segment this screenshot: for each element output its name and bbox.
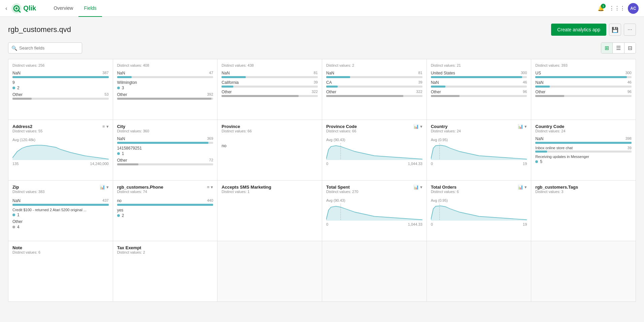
search-row: 🔍 ⊞ ☰ ⊟ bbox=[8, 42, 636, 54]
sort-icon[interactable]: ≡ bbox=[207, 185, 210, 190]
field-card-country-code: Country Code Distinct values: 24 NaN398 … bbox=[531, 120, 636, 181]
bar-row: Other96 bbox=[431, 90, 527, 97]
bar-row: Other53 bbox=[12, 92, 109, 100]
bar-row: Other392 bbox=[117, 92, 213, 100]
chart-icon[interactable]: 📊 bbox=[518, 185, 523, 190]
bar-row: yes 2 bbox=[117, 208, 213, 218]
field-distinct-2: Distinct values: 438 bbox=[222, 63, 318, 67]
view-toggles: ⊞ ☰ ⊟ bbox=[601, 42, 636, 54]
field-card-total-orders: Total Orders Distinct values: 6 📊 ▾ Avg … bbox=[427, 181, 532, 241]
field-name-tags: rgb_customers.Tags bbox=[535, 185, 632, 190]
chevron-down-icon[interactable]: ▾ bbox=[106, 185, 109, 190]
field-card-total-spent: Total Spent Distinct values: 270 📊 ▾ Avg… bbox=[322, 181, 427, 241]
field-distinct-1: Distinct values: 408 bbox=[117, 63, 213, 67]
chart-icon[interactable]: 📊 bbox=[100, 185, 105, 190]
chart-icon[interactable]: 📊 bbox=[518, 124, 523, 129]
bar-row: CA39 bbox=[326, 80, 422, 88]
field-controls: 📊 ▾ bbox=[100, 185, 109, 190]
qlik-logo-icon bbox=[11, 3, 22, 14]
bar-row: NaN398 bbox=[535, 136, 632, 144]
header-right: 🔔 1 ⋮⋮⋮ AC bbox=[596, 3, 639, 14]
field-name-province: Province bbox=[222, 124, 318, 129]
table-view-button[interactable]: ⊟ bbox=[624, 43, 636, 53]
save-button[interactable]: 💾 bbox=[609, 24, 621, 36]
notification-button[interactable]: 🔔 1 bbox=[596, 3, 606, 14]
field-name-city: City bbox=[117, 124, 213, 129]
field-name-phone: rgb_customers.Phone bbox=[117, 185, 163, 190]
bar-row: US300 bbox=[535, 71, 632, 78]
tab-overview[interactable]: Overview bbox=[48, 0, 78, 17]
bar-row: Credit $100 - returned 2 Atari 5200 orig… bbox=[12, 208, 109, 217]
header-left: ‹ Qlik Overview Fields bbox=[5, 0, 102, 17]
bar-row: NaN47 bbox=[117, 71, 213, 78]
bar-row: Other72 bbox=[117, 158, 213, 165]
chart-icon[interactable]: 📊 bbox=[413, 185, 419, 190]
apps-button[interactable]: ⋮⋮⋮ bbox=[612, 3, 622, 14]
field-name-total-orders: Total Orders bbox=[431, 185, 459, 190]
bar-row: Receiving updates in Messenger 5 bbox=[535, 155, 632, 164]
field-name-zip: Zip bbox=[12, 185, 44, 190]
chevron-down-icon[interactable]: ▾ bbox=[420, 124, 422, 129]
field-card-empty-3 bbox=[427, 241, 532, 302]
dist-chart-country: Avg (0.95) 019 bbox=[431, 138, 527, 155]
list-view-button[interactable]: ☰ bbox=[613, 43, 624, 53]
more-options-button[interactable]: ··· bbox=[624, 24, 636, 36]
field-distinct-total-spent: Distinct values: 270 bbox=[326, 190, 358, 194]
grid-view-button[interactable]: ⊞ bbox=[601, 43, 613, 53]
chevron-down-icon[interactable]: ▾ bbox=[420, 185, 422, 190]
avatar[interactable]: AC bbox=[628, 3, 639, 14]
field-distinct-address2: Distinct values: 55 bbox=[12, 129, 42, 133]
tab-fields[interactable]: Fields bbox=[78, 0, 102, 17]
field-card-empty-2 bbox=[322, 241, 427, 302]
sort-icon[interactable]: ≡ bbox=[102, 124, 105, 129]
svg-marker-7 bbox=[431, 145, 527, 160]
field-distinct-province: Distinct values: 66 bbox=[222, 129, 318, 133]
chevron-down-icon[interactable]: ▾ bbox=[211, 185, 213, 190]
field-distinct-sms: Distinct values: 1 bbox=[222, 190, 318, 194]
field-name-total-spent: Total Spent bbox=[326, 185, 358, 190]
svg-marker-4 bbox=[12, 145, 109, 160]
field-card-3: Distinct values: 2 NaN81 CA39 Other322 bbox=[322, 59, 427, 120]
field-card-empty-1 bbox=[217, 241, 322, 302]
field-distinct-tags: Distinct values: 3 bbox=[535, 190, 632, 194]
bar-row: Other322 bbox=[222, 90, 318, 97]
field-distinct-note: Distinct values: 6 bbox=[12, 250, 109, 254]
field-distinct-zip: Distinct values: 383 bbox=[12, 190, 44, 194]
field-card-tags: rgb_customers.Tags Distinct values: 3 bbox=[531, 181, 636, 241]
chevron-down-icon[interactable]: ▾ bbox=[106, 124, 109, 129]
field-controls: ≡ ▾ bbox=[207, 185, 213, 190]
field-card-1: Distinct values: 408 NaN47 Wilmington 3 … bbox=[113, 59, 218, 120]
field-card-4: Distinct values: 21 United States300 NaN… bbox=[427, 59, 532, 120]
field-distinct-4: Distinct values: 21 bbox=[431, 63, 527, 67]
field-distinct-0: Distinct values: 256 bbox=[12, 63, 109, 67]
bar-row: NaN81 bbox=[222, 71, 318, 78]
dist-chart-total-orders: Avg (0.95) 019 bbox=[431, 198, 527, 215]
field-card-tax-exempt: Tax Exempt Distinct values: 2 bbox=[113, 241, 218, 302]
field-controls: 📊 ▾ bbox=[413, 124, 422, 129]
bar-row: 9 2 bbox=[12, 80, 109, 90]
page-actions: Create analytics app 💾 ··· bbox=[551, 24, 636, 36]
chevron-down-icon[interactable]: ▾ bbox=[524, 124, 527, 129]
search-input[interactable] bbox=[8, 42, 82, 54]
back-button[interactable]: ‹ bbox=[5, 5, 7, 11]
field-card-empty-4 bbox=[531, 241, 636, 302]
chart-icon[interactable]: 📊 bbox=[413, 124, 419, 129]
bar-row: United States300 bbox=[431, 71, 527, 78]
field-distinct-tax-exempt: Distinct values: 2 bbox=[117, 250, 213, 254]
field-card-address2: Address2 Distinct values: 55 ≡ ▾ Avg (12… bbox=[8, 120, 113, 181]
search-input-wrap: 🔍 bbox=[8, 42, 82, 54]
field-controls: ≡ ▾ bbox=[102, 124, 109, 129]
field-name-sms: Accepts SMS Marketing bbox=[222, 185, 318, 190]
create-analytics-app-button[interactable]: Create analytics app bbox=[551, 24, 606, 36]
page-content: rgb_customers.qvd Create analytics app 💾… bbox=[0, 17, 644, 309]
dist-chart-province-code: Avg (90.43) 01,044.33 bbox=[326, 138, 422, 155]
field-card-city: City Distinct values: 360 NaN369 1415867… bbox=[113, 120, 218, 181]
field-name-tax-exempt: Tax Exempt bbox=[117, 245, 213, 250]
chevron-down-icon[interactable]: ▾ bbox=[524, 185, 527, 190]
dist-chart-total-spent: Avg (90.43) 01,044.33 bbox=[326, 198, 422, 215]
bar-row: Inbox online store chat39 bbox=[535, 146, 632, 153]
bar-row: NaN46 bbox=[535, 80, 632, 88]
field-controls: 📊 ▾ bbox=[413, 185, 422, 190]
field-value-no: no bbox=[222, 136, 318, 148]
search-icon: 🔍 bbox=[11, 45, 17, 51]
